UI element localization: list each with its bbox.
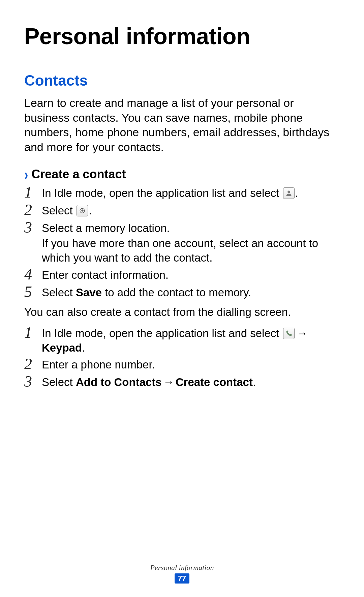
section-intro: Learn to create and manage a list of you…: [24, 96, 340, 154]
step-number: 2: [24, 356, 42, 372]
subsection-heading: Create a contact: [31, 167, 126, 181]
step-text: Select: [42, 376, 76, 388]
step-text: In Idle mode, open the application list …: [42, 187, 282, 199]
steps-list-a: 1 In Idle mode, open the application lis…: [24, 185, 340, 300]
arrow-right-icon: →: [162, 375, 176, 390]
step-a3: 3 Select a memory location. If you have …: [24, 220, 340, 265]
step-bold: Save: [76, 286, 102, 299]
steps-list-b: 1 In Idle mode, open the application lis…: [24, 326, 340, 390]
svg-point-0: [287, 191, 290, 193]
step-number: 1: [24, 325, 42, 340]
step-text-tail: .: [253, 376, 256, 388]
step-text-tail: to add the contact to memory.: [102, 286, 251, 299]
phone-icon: [283, 328, 295, 339]
contacts-icon: [283, 187, 295, 199]
between-text: You can also create a contact from the d…: [24, 305, 340, 320]
manual-page: Personal information Contacts Learn to c…: [0, 0, 364, 597]
step-text: In Idle mode, open the application list …: [42, 327, 282, 339]
step-a2: 2 Select .: [24, 203, 340, 218]
step-b3: 3 Select Add to Contacts → Create contac…: [24, 375, 340, 390]
step-number: 3: [24, 374, 42, 389]
add-icon: [77, 205, 88, 216]
step-bold: Keypad: [42, 341, 82, 354]
subsection-row: › Create a contact: [24, 167, 340, 181]
step-text: Enter contact information.: [42, 269, 169, 281]
step-number: 3: [24, 220, 42, 235]
step-text-tail: .: [89, 204, 92, 217]
step-a1: 1 In Idle mode, open the application lis…: [24, 185, 340, 201]
footer-title: Personal information: [0, 563, 364, 572]
step-text-tail: .: [82, 341, 85, 354]
step-body: In Idle mode, open the application list …: [42, 185, 340, 201]
step-bold: Create contact: [176, 376, 253, 388]
step-body: Select .: [42, 203, 340, 218]
step-text: Enter a phone number.: [42, 358, 155, 371]
section-heading-contacts: Contacts: [24, 72, 340, 89]
step-body: Select a memory location. If you have mo…: [42, 220, 340, 265]
step-a5: 5 Select Save to add the contact to memo…: [24, 285, 340, 300]
step-text: Select: [42, 204, 76, 217]
step-number: 5: [24, 284, 42, 300]
step-body: Select Save to add the contact to memory…: [42, 285, 340, 300]
step-text-tail: .: [295, 187, 298, 199]
step-bold: Add to Contacts: [76, 376, 162, 388]
step-body: Enter contact information.: [42, 267, 340, 282]
step-body: Select Add to Contacts → Create contact.: [42, 375, 340, 390]
arrow-right-icon: →: [295, 326, 309, 341]
step-body: Enter a phone number.: [42, 357, 340, 372]
step-number: 2: [24, 202, 42, 218]
step-a4: 4 Enter contact information.: [24, 267, 340, 283]
page-footer: Personal information 77: [0, 563, 364, 584]
page-number: 77: [175, 573, 189, 584]
step-b2: 2 Enter a phone number.: [24, 357, 340, 372]
step-subtext: If you have more than one account, selec…: [42, 236, 340, 265]
step-number: 1: [24, 185, 42, 200]
page-title: Personal information: [24, 23, 340, 49]
step-b1: 1 In Idle mode, open the application lis…: [24, 326, 340, 355]
step-text: Select: [42, 286, 76, 299]
step-number: 4: [24, 267, 42, 282]
step-body: In Idle mode, open the application list …: [42, 326, 340, 355]
step-text: Select a memory location.: [42, 222, 170, 234]
chevron-right-icon: ›: [24, 166, 28, 182]
